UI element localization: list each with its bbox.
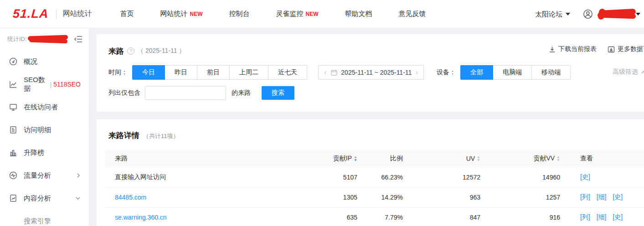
table-row: se.warning.360.cn 635 7.79% 847 916 [列] …: [105, 207, 644, 226]
chevron-right-icon: [76, 173, 81, 178]
detail-title: 来路详情: [108, 130, 139, 141]
referrer-source-link[interactable]: 84485.com: [115, 194, 146, 201]
device-filter-group: 全部 电脑端 移动端: [460, 65, 571, 80]
cell-vv: 916: [483, 207, 563, 226]
referrer-detail-panel: 来路详情 （共计11项） 来路 贡献IP ▲▼ 比例: [97, 119, 644, 226]
list-link[interactable]: [列]: [580, 213, 590, 221]
new-badge: NEW: [190, 11, 203, 17]
sidebar-item-visit-details[interactable]: 访问明细: [0, 118, 89, 141]
sidebar-item-traffic-analysis[interactable]: 流量分析: [0, 164, 89, 187]
top-navbar: 51.LA 网站统计 首页 网站统计NEW 控制台 灵雀监控NEW 帮助文档 意…: [0, 0, 644, 28]
download-more-data-button[interactable]: 更多数据下载: [608, 45, 644, 53]
nav-item-console[interactable]: 控制台: [229, 10, 250, 18]
detail-count-note: （共计11项）: [143, 132, 179, 140]
table-row: 直接输入网址访问 5107 66.23% 12572 14960 [史]: [105, 167, 644, 187]
sidebar: 统计ID: 概况 SEO数据 | 5118SEO: [0, 28, 89, 226]
contain-filter-prefix: 列出仅包含: [108, 89, 140, 97]
history-link[interactable]: [史]: [580, 173, 590, 180]
cell-ip: 635: [326, 207, 360, 226]
seo-5118-link[interactable]: 5118SEO: [53, 81, 81, 88]
cell-vv: 1257: [483, 187, 563, 207]
download-icon: [549, 46, 556, 53]
stat-id-label: 统计ID:: [7, 35, 27, 43]
referrer-source: 直接输入网址访问: [115, 173, 166, 180]
list-link[interactable]: [列]: [580, 193, 590, 200]
chevron-down-icon: [566, 13, 570, 15]
search-button[interactable]: 搜索: [262, 86, 294, 100]
sort-icon[interactable]: ▲▼: [556, 155, 560, 162]
chevron-down-icon: [75, 196, 81, 200]
stat-id-row: 统计ID:: [0, 28, 89, 50]
referrer-filter-panel: 来路 ? （ 2025-11-11 ） 下载当前报表 更多数据下载 时间：: [97, 34, 644, 112]
device-option-desktop[interactable]: 电脑端: [493, 65, 532, 80]
time-filter-group: 今日 昨日 前日 上周二 近七天: [132, 65, 307, 80]
nav-item-site-stats[interactable]: 网站统计NEW: [160, 10, 203, 18]
device-filter-label: 设备：: [437, 68, 456, 77]
advanced-filter-toggle[interactable]: 高级筛选: [613, 68, 644, 76]
help-icon[interactable]: ?: [127, 47, 134, 55]
download-current-report-button[interactable]: 下载当前报表: [549, 45, 597, 53]
cell-ratio: 66.23%: [360, 167, 406, 187]
gauge-icon: [9, 57, 17, 66]
sidebar-item-content-analysis[interactable]: 内容分析: [0, 187, 89, 210]
nav-menu: 首页 网站统计NEW 控制台 灵雀监控NEW 帮助文档 意见反馈: [120, 10, 453, 18]
referrer-source-link[interactable]: se.warning.360.cn: [115, 214, 167, 221]
device-option-all[interactable]: 全部: [460, 65, 493, 80]
cell-uv: 847: [406, 207, 483, 226]
monitor-icon: [9, 103, 17, 111]
time-option-last-tuesday[interactable]: 上周二: [230, 65, 268, 80]
table-row: 84485.com 1305 14.29% 963 1257 [列] [细] […: [105, 187, 644, 207]
sidebar-item-seo-data[interactable]: SEO数据 | 5118SEO: [0, 73, 89, 96]
redacted-username[interactable]: [598, 8, 638, 20]
sidebar-menu: 概况 SEO数据 | 5118SEO 在线访问者 访问明细: [0, 50, 89, 226]
new-badge: NEW: [306, 11, 319, 17]
col-header-source: 来路: [105, 150, 326, 167]
navbar-right: 太阳论坛: [535, 0, 640, 28]
sort-icon[interactable]: ▲▼: [354, 155, 357, 162]
time-option-day-before[interactable]: 前日: [197, 65, 230, 80]
download-box-icon: [608, 46, 615, 53]
pulse-icon: [9, 171, 17, 180]
col-header-ip[interactable]: 贡献IP ▲▼: [326, 150, 360, 167]
sidebar-item-online-visitors[interactable]: 在线访问者: [0, 96, 89, 118]
cell-uv: 12572: [406, 167, 483, 187]
col-header-vv[interactable]: 贡献VV ▲▼: [483, 150, 563, 167]
detail-link[interactable]: [细]: [597, 213, 607, 221]
nav-item-home[interactable]: 首页: [120, 10, 134, 18]
date-range-picker[interactable]: ‹ 2025-11-11 ~ 2025-11-11 ›: [318, 65, 424, 80]
document-chart-icon: [9, 194, 17, 202]
history-link[interactable]: [史]: [613, 193, 623, 200]
report-date-note: （ 2025-11-11 ）: [137, 47, 185, 55]
chevron-left-icon[interactable]: ‹: [324, 69, 326, 76]
time-option-today[interactable]: 今日: [132, 65, 165, 80]
time-option-last-7-days[interactable]: 近七天: [268, 65, 307, 80]
line-chart-icon: [9, 80, 17, 88]
col-header-uv[interactable]: UV ▲▼: [406, 150, 483, 167]
seo-divider: |: [50, 81, 52, 88]
referrer-table: 来路 贡献IP ▲▼ 比例 UV ▲▼ 贡献VV ▲▼: [105, 150, 644, 226]
product-name: 网站统计: [63, 9, 92, 19]
sort-icon[interactable]: ▲▼: [477, 155, 480, 162]
cell-uv: 963: [406, 187, 483, 207]
app-logo[interactable]: 51.LA: [12, 7, 49, 21]
calendar-icon: [331, 69, 337, 76]
nav-item-lark-monitor[interactable]: 灵雀监控NEW: [276, 10, 319, 18]
time-option-yesterday[interactable]: 昨日: [165, 65, 197, 80]
detail-link[interactable]: [细]: [597, 193, 607, 200]
document-icon: [9, 126, 17, 134]
logo-divider: [56, 9, 57, 19]
site-selector-dropdown[interactable]: 太阳论坛: [535, 10, 570, 19]
sidebar-item-rank-changes[interactable]: 升降榜: [0, 141, 89, 164]
cell-ip: 1305: [326, 187, 360, 207]
device-option-mobile[interactable]: 移动端: [532, 65, 571, 80]
history-link[interactable]: [史]: [613, 213, 623, 221]
chevron-right-icon[interactable]: ›: [416, 69, 418, 76]
user-avatar-icon[interactable]: [583, 9, 593, 19]
cell-vv: 14960: [483, 167, 563, 187]
sidebar-item-search-engine[interactable]: 搜索引擎: [0, 210, 89, 226]
nav-item-help-docs[interactable]: 帮助文档: [345, 10, 372, 18]
nav-item-feedback[interactable]: 意见反馈: [399, 10, 426, 18]
sidebar-item-overview[interactable]: 概况: [0, 50, 89, 73]
referrer-filter-input[interactable]: [145, 86, 226, 100]
sidebar-collapse-icon[interactable]: [74, 36, 82, 43]
